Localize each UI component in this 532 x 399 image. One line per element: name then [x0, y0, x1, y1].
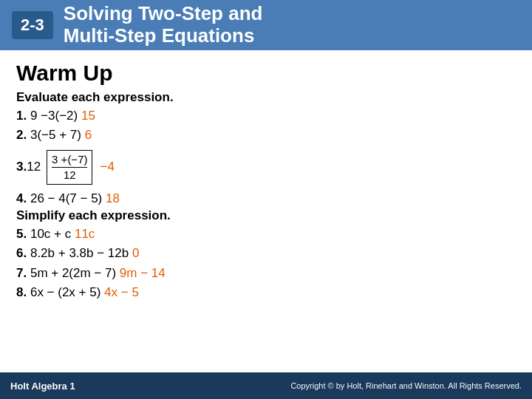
- problem-7: 7. 5m + 2(2m − 7) 9m − 14: [16, 264, 516, 283]
- header-title-line1: Solving Two-Step and: [64, 3, 263, 25]
- fraction-denominator: 12: [64, 168, 76, 183]
- problem-4: 4. 26 − 4(7 − 5) 18: [16, 189, 516, 208]
- simplify-subtitle: Simplify each expression.: [16, 208, 516, 223]
- evaluate-subtitle: Evaluate each expression.: [16, 90, 516, 105]
- problem-2-expr: 3(−5 + 7): [30, 128, 85, 142]
- problem-1: 1. 9 −3(−2) 15: [16, 106, 516, 126]
- problem-2-answer: 6: [85, 128, 92, 142]
- problem-6: 6. 8.2b + 3.8b − 12b 0: [16, 244, 516, 263]
- fraction-numerator: 3 +(−7): [52, 152, 87, 168]
- problem-2-number: 2.: [16, 128, 27, 142]
- problem-8-expr: 6x − (2x + 5): [30, 285, 100, 299]
- problem-5-answer: 11c: [75, 227, 95, 241]
- problem-3: 3. 12 3 +(−7) 12 −4: [16, 150, 516, 185]
- problem-8-number: 8.: [16, 285, 27, 299]
- header-title: Solving Two-Step and Multi-Step Equation…: [64, 3, 263, 47]
- lesson-badge: 2-3: [12, 11, 53, 39]
- footer: Holt Algebra 1 Copyright © by Holt, Rine…: [0, 372, 532, 399]
- problem-8-answer: 4x − 5: [104, 285, 139, 299]
- problem-3-number: 3.: [16, 157, 27, 177]
- problem-6-number: 6.: [16, 246, 27, 260]
- warm-up-title: Warm Up: [16, 61, 516, 86]
- problem-4-number: 4.: [16, 191, 27, 205]
- problem-3-answer: −4: [100, 157, 114, 177]
- problem-3-coeff: 12: [27, 157, 41, 177]
- problem-5-expr: 10c + c: [30, 227, 75, 241]
- problem-8: 8. 6x − (2x + 5) 4x − 5: [16, 283, 516, 302]
- problem-6-expr: 8.2b + 3.8b − 12b: [30, 246, 132, 260]
- problem-7-answer: 9m − 14: [120, 266, 166, 280]
- problem-4-expr: 26 − 4(7 − 5): [30, 191, 106, 205]
- problem-1-number: 1.: [16, 109, 27, 123]
- problem-1-answer: 15: [81, 109, 95, 123]
- problem-3-fraction: 3 +(−7) 12: [47, 150, 92, 185]
- footer-brand: Holt Algebra 1: [10, 381, 75, 392]
- problem-5-number: 5.: [16, 227, 27, 241]
- problem-1-expr: 9 −3(−2): [30, 109, 81, 123]
- problem-6-answer: 0: [132, 246, 139, 260]
- problem-4-answer: 18: [106, 191, 120, 205]
- header: 2-3 Solving Two-Step and Multi-Step Equa…: [0, 0, 532, 50]
- problem-7-number: 7.: [16, 266, 27, 280]
- main-content: Warm Up Evaluate each expression. 1. 9 −…: [0, 50, 532, 372]
- problem-7-expr: 5m + 2(2m − 7): [30, 266, 120, 280]
- header-title-line2: Multi-Step Equations: [64, 25, 263, 47]
- footer-copyright: Copyright © by Holt, Rinehart and Winsto…: [290, 381, 522, 390]
- problem-5: 5. 10c + c 11c: [16, 225, 516, 244]
- problem-2: 2. 3(−5 + 7) 6: [16, 126, 516, 145]
